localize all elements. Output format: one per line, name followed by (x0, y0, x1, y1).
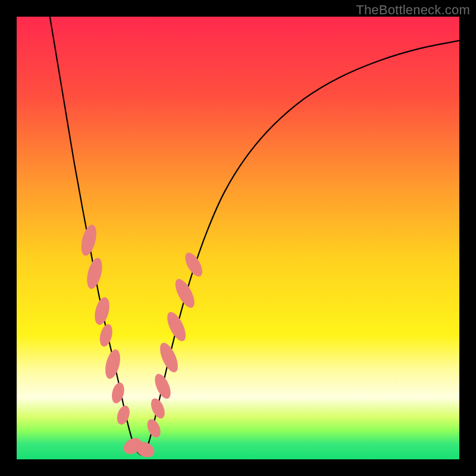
plot-area (17, 17, 459, 459)
chart-svg (17, 17, 459, 459)
chart-frame: TheBottleneck.com (0, 0, 476, 476)
watermark-text: TheBottleneck.com (356, 2, 470, 18)
